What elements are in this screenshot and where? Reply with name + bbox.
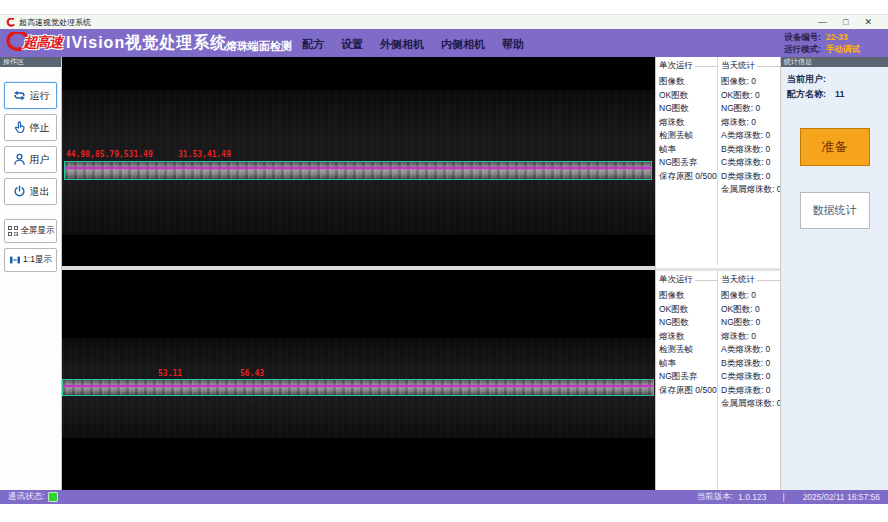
stat-row: 图像数: 0 — [721, 289, 780, 303]
run-mode-label: 运行模式: — [784, 43, 821, 55]
stat-row: D类熔珠数: 0 — [721, 170, 780, 184]
stat-row: 帧率 — [659, 357, 717, 371]
detection-overlay-top: 44.98,85.79,531.49 31.53,41.49 — [64, 150, 652, 182]
user-icon — [12, 152, 27, 167]
detected-strip-bottom — [62, 379, 654, 396]
sidebar-body: 运行 停止 — [0, 67, 61, 272]
daily-stats-title: 当天统计 — [721, 60, 780, 72]
single-run-rows: 图像数OK图数NG图数熔珠数检测丢帧帧率NG图丢弃保存原图 0/500 — [659, 75, 717, 183]
stat-row: 保存原图 0/500 — [659, 384, 717, 398]
menu-help[interactable]: 帮助 — [502, 37, 524, 52]
run-button[interactable]: 运行 — [4, 82, 57, 109]
logo-text: 超高速 — [23, 34, 62, 52]
daily-stats-panel: 当天统计 图像数: 0OK图数: 0NG图数: 0熔珠数: 0A类熔珠数: 0B… — [718, 271, 780, 493]
status-bar: 通讯状态: 当前版本: 1.0.123 | 2025/02/11 16:57:5… — [0, 490, 888, 504]
close-button[interactable]: ✕ — [864, 16, 872, 29]
single-run-title: 单次运行 — [659, 60, 717, 72]
version-value: 1.0.123 — [738, 492, 766, 502]
stat-row: 熔珠数 — [659, 116, 717, 130]
user-button[interactable]: 用户 — [4, 146, 57, 173]
device-info: 设备编号: 22-33 运行模式: 手动调试 — [784, 31, 880, 55]
stat-row: A类熔珠数: 0 — [721, 343, 780, 357]
recipe-name-label: 配方名称: — [787, 89, 826, 99]
comm-status-label: 通讯状态: — [8, 491, 44, 503]
sidebar-title: 操作区 — [0, 57, 61, 67]
device-number-value: 22-33 — [826, 31, 880, 43]
scanline-overlay — [63, 385, 653, 387]
stat-row: 熔珠数 — [659, 330, 717, 344]
version-label: 当前版本: — [697, 491, 733, 503]
app-header: 超高速 IVision视觉处理系统 熔珠端面检测 配方 设置 外侧相机 内侧相机… — [0, 29, 888, 57]
camera-view-top: 44.98,85.79,531.49 31.53,41.49 — [62, 57, 655, 266]
single-run-panel: 单次运行 图像数OK图数NG图数熔珠数检测丢帧帧率NG图丢弃保存原图 0/500 — [656, 271, 718, 493]
stat-row: OK图数 — [659, 89, 717, 103]
menu-outer-camera[interactable]: 外侧相机 — [380, 37, 424, 52]
menu-settings[interactable]: 设置 — [341, 37, 363, 52]
info-panel: 统计信息 当前用户: 配方名称:11 准备 数据统计 — [780, 57, 888, 490]
stats-group-top: 单次运行 图像数OK图数NG图数熔珠数检测丢帧帧率NG图丢弃保存原图 0/500… — [656, 57, 781, 265]
prepare-button[interactable]: 准备 — [800, 128, 870, 166]
measurement-annotation: 56.43 — [240, 369, 264, 378]
window-title: 超高速视觉处理系统 — [19, 17, 91, 28]
stop-hand-icon — [12, 120, 27, 135]
camera-view-bottom: 53.11 56.43 — [62, 270, 655, 490]
stat-row: 保存原图 0/500 — [659, 170, 717, 184]
maximize-button[interactable]: □ — [843, 16, 848, 29]
one-to-one-button[interactable]: 1:1显示 — [4, 248, 57, 272]
brand-logo: 超高速 — [5, 32, 62, 54]
single-run-title: 单次运行 — [659, 274, 717, 286]
minimize-button[interactable]: — — [818, 16, 827, 29]
fullscreen-button[interactable]: 全屏显示 — [4, 219, 57, 243]
stop-button[interactable]: 停止 — [4, 114, 57, 141]
recipe-row: 配方名称:11 — [787, 87, 882, 102]
stat-row: 金属屑熔珠数: 0 — [721, 183, 780, 197]
detected-strip-top — [64, 161, 652, 180]
stat-row: B类熔珠数: 0 — [721, 143, 780, 157]
app-icon — [6, 18, 15, 27]
statistics-area: 单次运行 图像数OK图数NG图数熔珠数检测丢帧帧率NG图丢弃保存原图 0/500… — [655, 57, 780, 490]
stats-group-bottom: 单次运行 图像数OK图数NG图数熔珠数检测丢帧帧率NG图丢弃保存原图 0/500… — [656, 268, 781, 493]
measurement-annotation: 31.53,41.49 — [178, 150, 231, 159]
stat-row: 帧率 — [659, 143, 717, 157]
stat-row: C类熔珠数: 0 — [721, 156, 780, 170]
stat-row: 图像数: 0 — [721, 75, 780, 89]
status-bar-right: 当前版本: 1.0.123 | 2025/02/11 16:57:56 — [697, 491, 880, 503]
single-run-rows: 图像数OK图数NG图数熔珠数检测丢帧帧率NG图丢弃保存原图 0/500 — [659, 289, 717, 397]
menu-inner-camera[interactable]: 内侧相机 — [441, 37, 485, 52]
camera-area: 44.98,85.79,531.49 31.53,41.49 53.11 56.… — [62, 57, 655, 490]
run-mode-value: 手动调试 — [826, 43, 880, 55]
operation-sidebar: 操作区 运行 — [0, 57, 62, 490]
stat-row: 熔珠数: 0 — [721, 116, 780, 130]
stat-row: D类熔珠数: 0 — [721, 384, 780, 398]
stat-row: 图像数 — [659, 289, 717, 303]
stat-row: NG图丢弃 — [659, 156, 717, 170]
detection-overlay-bottom: 53.11 56.43 — [62, 367, 654, 397]
stat-row: OK图数: 0 — [721, 89, 780, 103]
stat-row: 检测丢帧 — [659, 129, 717, 143]
info-panel-title: 统计信息 — [781, 57, 888, 67]
app-subtitle: 熔珠端面检测 — [226, 39, 292, 54]
stat-row: B类熔珠数: 0 — [721, 357, 780, 371]
scanline-overlay — [65, 167, 651, 169]
run-button-label: 运行 — [30, 89, 50, 103]
stat-row: NG图丢弃 — [659, 370, 717, 384]
run-icon — [12, 88, 27, 103]
stat-row: OK图数: 0 — [721, 303, 780, 317]
current-user-label: 当前用户: — [787, 72, 882, 87]
comm-status-indicator — [48, 492, 58, 502]
data-statistics-button[interactable]: 数据统计 — [800, 192, 870, 229]
daily-stats-rows: 图像数: 0OK图数: 0NG图数: 0熔珠数: 0A类熔珠数: 0B类熔珠数:… — [721, 289, 780, 411]
application-window: 超高速视觉处理系统 — □ ✕ 超高速 IVision视觉处理系统 熔珠端面检测… — [0, 0, 888, 522]
app-title: IVision视觉处理系统 — [66, 33, 227, 54]
power-icon — [12, 184, 27, 199]
stat-row: OK图数 — [659, 303, 717, 317]
menu-recipe[interactable]: 配方 — [302, 37, 324, 52]
fullscreen-qr-icon — [7, 225, 19, 237]
info-panel-body: 当前用户: 配方名称:11 准备 数据统计 — [781, 67, 888, 234]
menu-bar: 配方 设置 外侧相机 内侧相机 帮助 — [302, 37, 524, 52]
single-run-panel: 单次运行 图像数OK图数NG图数熔珠数检测丢帧帧率NG图丢弃保存原图 0/500 — [656, 57, 718, 265]
stat-row: NG图数: 0 — [721, 102, 780, 116]
stat-row: NG图数 — [659, 316, 717, 330]
exit-button[interactable]: 退出 — [4, 178, 57, 205]
status-separator: | — [782, 492, 784, 502]
